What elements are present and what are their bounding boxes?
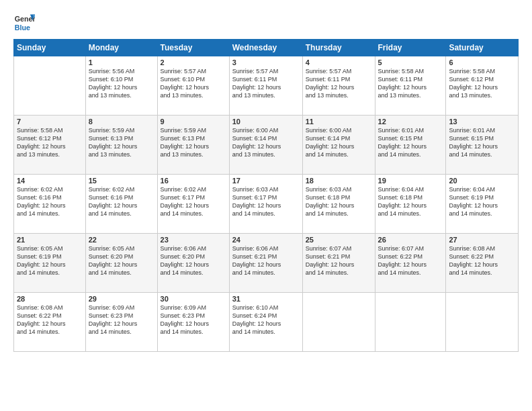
cell-details: Sunrise: 6:02 AM Sunset: 6:17 PM Dayligh… [161, 185, 226, 218]
cell-details: Sunrise: 6:03 AM Sunset: 6:18 PM Dayligh… [306, 185, 372, 218]
calendar-cell: 9Sunrise: 5:59 AM Sunset: 6:13 PM Daylig… [157, 116, 229, 175]
cell-details: Sunrise: 6:01 AM Sunset: 6:15 PM Dayligh… [449, 126, 515, 159]
cell-details: Sunrise: 6:08 AM Sunset: 6:22 PM Dayligh… [17, 304, 83, 336]
cell-details: Sunrise: 5:59 AM Sunset: 6:13 PM Dayligh… [161, 126, 226, 159]
day-number: 23 [161, 236, 226, 244]
cell-details: Sunrise: 5:57 AM Sunset: 6:11 PM Dayligh… [232, 67, 300, 100]
cell-details: Sunrise: 6:03 AM Sunset: 6:17 PM Dayligh… [232, 185, 300, 218]
cell-details: Sunrise: 6:07 AM Sunset: 6:21 PM Dayligh… [306, 244, 372, 277]
weekday-header-row: SundayMondayTuesdayWednesdayThursdayFrid… [14, 40, 519, 56]
calendar-cell: 6Sunrise: 5:58 AM Sunset: 6:12 PM Daylig… [446, 56, 519, 116]
cell-details: Sunrise: 5:58 AM Sunset: 6:12 PM Dayligh… [449, 67, 515, 100]
day-number: 28 [17, 295, 83, 303]
day-number: 11 [306, 118, 372, 126]
calendar-cell: 25Sunrise: 6:07 AM Sunset: 6:21 PM Dayli… [302, 234, 375, 293]
day-number: 21 [17, 236, 83, 244]
header: General Blue [13, 12, 519, 34]
calendar-cell: 22Sunrise: 6:05 AM Sunset: 6:20 PM Dayli… [85, 234, 157, 293]
calendar-cell: 27Sunrise: 6:08 AM Sunset: 6:22 PM Dayli… [446, 234, 519, 293]
weekday-header-wednesday: Wednesday [229, 40, 302, 56]
cell-details: Sunrise: 6:08 AM Sunset: 6:22 PM Dayligh… [449, 244, 515, 277]
weekday-header-sunday: Sunday [14, 40, 86, 56]
calendar-cell: 13Sunrise: 6:01 AM Sunset: 6:15 PM Dayli… [446, 116, 519, 175]
day-number: 27 [449, 236, 515, 244]
cell-details: Sunrise: 5:57 AM Sunset: 6:10 PM Dayligh… [161, 67, 226, 100]
cell-details: Sunrise: 6:07 AM Sunset: 6:22 PM Dayligh… [378, 244, 443, 277]
cell-details: Sunrise: 5:58 AM Sunset: 6:12 PM Dayligh… [17, 126, 83, 159]
cell-details: Sunrise: 6:09 AM Sunset: 6:23 PM Dayligh… [89, 304, 154, 336]
calendar-cell [446, 293, 519, 352]
day-number: 13 [449, 118, 515, 126]
calendar-cell: 24Sunrise: 6:06 AM Sunset: 6:21 PM Dayli… [229, 234, 302, 293]
cell-details: Sunrise: 6:09 AM Sunset: 6:23 PM Dayligh… [161, 304, 226, 336]
weekday-header-monday: Monday [85, 40, 157, 56]
cell-details: Sunrise: 6:02 AM Sunset: 6:16 PM Dayligh… [89, 185, 154, 218]
day-number: 4 [306, 58, 372, 66]
day-number: 26 [378, 236, 443, 244]
calendar-cell: 19Sunrise: 6:04 AM Sunset: 6:18 PM Dayli… [375, 175, 446, 234]
cell-details: Sunrise: 5:59 AM Sunset: 6:13 PM Dayligh… [89, 126, 154, 159]
cell-details: Sunrise: 5:56 AM Sunset: 6:10 PM Dayligh… [89, 67, 154, 100]
calendar-cell: 23Sunrise: 6:06 AM Sunset: 6:20 PM Dayli… [157, 234, 229, 293]
calendar-cell: 17Sunrise: 6:03 AM Sunset: 6:17 PM Dayli… [229, 175, 302, 234]
cell-details: Sunrise: 6:00 AM Sunset: 6:14 PM Dayligh… [306, 126, 372, 159]
calendar-cell: 29Sunrise: 6:09 AM Sunset: 6:23 PM Dayli… [85, 293, 157, 352]
logo: General Blue [13, 12, 35, 34]
cell-details: Sunrise: 6:06 AM Sunset: 6:21 PM Dayligh… [232, 244, 300, 277]
day-number: 12 [378, 118, 443, 126]
calendar-cell: 20Sunrise: 6:04 AM Sunset: 6:19 PM Dayli… [446, 175, 519, 234]
weekday-header-tuesday: Tuesday [157, 40, 229, 56]
page: General Blue SundayMondayTuesdayWednesda… [0, 0, 532, 411]
calendar-cell [14, 56, 86, 116]
calendar-cell: 7Sunrise: 5:58 AM Sunset: 6:12 PM Daylig… [14, 116, 86, 175]
cell-details: Sunrise: 6:04 AM Sunset: 6:19 PM Dayligh… [449, 185, 515, 218]
day-number: 16 [161, 177, 226, 185]
cell-details: Sunrise: 6:05 AM Sunset: 6:20 PM Dayligh… [89, 244, 154, 277]
calendar-cell [302, 293, 375, 352]
calendar-cell [375, 293, 446, 352]
weekday-header-saturday: Saturday [446, 40, 519, 56]
calendar-cell: 16Sunrise: 6:02 AM Sunset: 6:17 PM Dayli… [157, 175, 229, 234]
cell-details: Sunrise: 6:02 AM Sunset: 6:16 PM Dayligh… [17, 185, 83, 218]
day-number: 14 [17, 177, 83, 185]
calendar-cell: 8Sunrise: 5:59 AM Sunset: 6:13 PM Daylig… [85, 116, 157, 175]
cell-details: Sunrise: 6:05 AM Sunset: 6:19 PM Dayligh… [17, 244, 83, 277]
cell-details: Sunrise: 6:04 AM Sunset: 6:18 PM Dayligh… [378, 185, 443, 218]
calendar-cell: 1Sunrise: 5:56 AM Sunset: 6:10 PM Daylig… [85, 56, 157, 116]
day-number: 9 [161, 118, 226, 126]
calendar-table: SundayMondayTuesdayWednesdayThursdayFrid… [13, 39, 519, 352]
weekday-header-thursday: Thursday [302, 40, 375, 56]
day-number: 1 [89, 58, 154, 66]
calendar-cell: 26Sunrise: 6:07 AM Sunset: 6:22 PM Dayli… [375, 234, 446, 293]
day-number: 29 [89, 295, 154, 303]
cell-details: Sunrise: 6:10 AM Sunset: 6:24 PM Dayligh… [232, 304, 300, 336]
svg-text:Blue: Blue [15, 24, 30, 32]
calendar-week-row: 14Sunrise: 6:02 AM Sunset: 6:16 PM Dayli… [14, 175, 519, 234]
calendar-cell: 3Sunrise: 5:57 AM Sunset: 6:11 PM Daylig… [229, 56, 302, 116]
day-number: 8 [89, 118, 154, 126]
calendar-cell: 15Sunrise: 6:02 AM Sunset: 6:16 PM Dayli… [85, 175, 157, 234]
calendar-cell: 10Sunrise: 6:00 AM Sunset: 6:14 PM Dayli… [229, 116, 302, 175]
day-number: 18 [306, 177, 372, 185]
logo-icon: General Blue [13, 12, 35, 34]
calendar-cell: 31Sunrise: 6:10 AM Sunset: 6:24 PM Dayli… [229, 293, 302, 352]
calendar-cell: 30Sunrise: 6:09 AM Sunset: 6:23 PM Dayli… [157, 293, 229, 352]
calendar-cell: 21Sunrise: 6:05 AM Sunset: 6:19 PM Dayli… [14, 234, 86, 293]
calendar-week-row: 28Sunrise: 6:08 AM Sunset: 6:22 PM Dayli… [14, 293, 519, 352]
calendar-cell: 28Sunrise: 6:08 AM Sunset: 6:22 PM Dayli… [14, 293, 86, 352]
day-number: 7 [17, 118, 83, 126]
day-number: 6 [449, 58, 515, 66]
calendar-cell: 2Sunrise: 5:57 AM Sunset: 6:10 PM Daylig… [157, 56, 229, 116]
day-number: 30 [161, 295, 226, 303]
day-number: 5 [378, 58, 443, 66]
cell-details: Sunrise: 5:58 AM Sunset: 6:11 PM Dayligh… [378, 67, 443, 100]
day-number: 3 [232, 58, 300, 66]
day-number: 10 [232, 118, 300, 126]
day-number: 24 [232, 236, 300, 244]
day-number: 20 [449, 177, 515, 185]
day-number: 19 [378, 177, 443, 185]
calendar-cell: 14Sunrise: 6:02 AM Sunset: 6:16 PM Dayli… [14, 175, 86, 234]
calendar-week-row: 21Sunrise: 6:05 AM Sunset: 6:19 PM Dayli… [14, 234, 519, 293]
day-number: 15 [89, 177, 154, 185]
calendar-week-row: 1Sunrise: 5:56 AM Sunset: 6:10 PM Daylig… [14, 56, 519, 116]
